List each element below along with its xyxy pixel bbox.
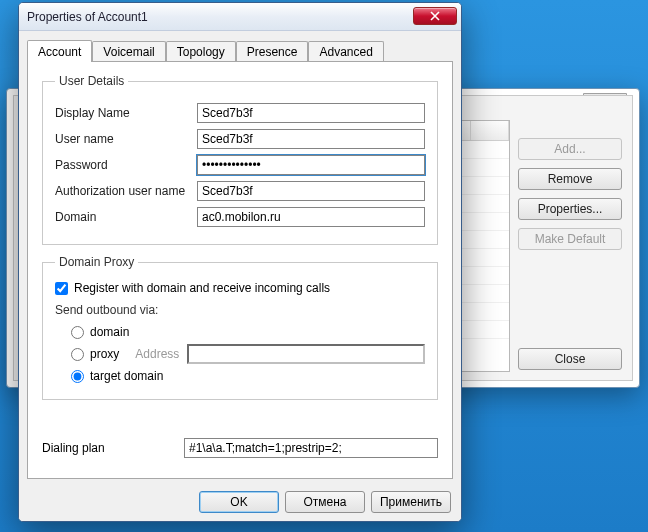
properties-button[interactable]: Properties... [518, 198, 622, 220]
dialog-footer: OK Отмена Применить [19, 483, 461, 521]
tab-presence[interactable]: Presence [236, 41, 309, 62]
dialing-plan-label: Dialing plan [42, 441, 184, 455]
outbound-domain-label: domain [90, 325, 129, 339]
password-label: Password [55, 158, 197, 172]
desktop: ne Add... Remove Properties... Make [0, 0, 648, 532]
password-field[interactable] [197, 155, 425, 175]
user-details-legend: User Details [55, 74, 128, 88]
tab-account[interactable]: Account [27, 40, 92, 62]
add-button[interactable]: Add... [518, 138, 622, 160]
send-outbound-label: Send outbound via: [55, 303, 425, 317]
dialing-plan-row: Dialing plan [42, 438, 438, 458]
close-button[interactable]: Close [518, 348, 622, 370]
make-default-button[interactable]: Make Default [518, 228, 622, 250]
tab-strip: Account Voicemail Topology Presence Adva… [27, 39, 453, 61]
domain-proxy-group: Domain Proxy Register with domain and re… [42, 255, 438, 400]
proxy-address-field [187, 344, 425, 364]
tab-topology[interactable]: Topology [166, 41, 236, 62]
accounts-buttons: Add... Remove Properties... Make Default [518, 138, 622, 250]
domain-label: Domain [55, 210, 197, 224]
display-name-label: Display Name [55, 106, 197, 120]
dialog-body: Account Voicemail Topology Presence Adva… [27, 39, 453, 479]
outbound-domain-radio[interactable] [71, 326, 84, 339]
domain-proxy-legend: Domain Proxy [55, 255, 138, 269]
tab-panel-account: User Details Display Name User name Pass… [27, 61, 453, 479]
remove-button[interactable]: Remove [518, 168, 622, 190]
user-name-field[interactable] [197, 129, 425, 149]
user-name-label: User name [55, 132, 197, 146]
cancel-button[interactable]: Отмена [285, 491, 365, 513]
outbound-proxy-label: proxy [90, 347, 119, 361]
column-header-3 [471, 121, 509, 140]
outbound-target-domain-radio[interactable] [71, 370, 84, 383]
tab-advanced[interactable]: Advanced [308, 41, 383, 62]
proxy-address-label: Address [135, 347, 179, 361]
user-details-group: User Details Display Name User name Pass… [42, 74, 438, 245]
properties-dialog: Properties of Account1 Account Voicemail… [18, 2, 462, 522]
auth-user-name-label: Authorization user name [55, 184, 197, 198]
dialing-plan-field[interactable] [184, 438, 438, 458]
auth-user-name-field[interactable] [197, 181, 425, 201]
outbound-proxy-radio[interactable] [71, 348, 84, 361]
ok-button[interactable]: OK [199, 491, 279, 513]
domain-field[interactable] [197, 207, 425, 227]
display-name-field[interactable] [197, 103, 425, 123]
tab-voicemail[interactable]: Voicemail [92, 41, 165, 62]
register-checkbox[interactable] [55, 282, 68, 295]
apply-button[interactable]: Применить [371, 491, 451, 513]
titlebar[interactable]: Properties of Account1 [19, 3, 461, 31]
window-title: Properties of Account1 [27, 10, 148, 24]
outbound-target-domain-label: target domain [90, 369, 163, 383]
register-label: Register with domain and receive incomin… [74, 281, 330, 295]
close-icon[interactable] [413, 7, 457, 25]
